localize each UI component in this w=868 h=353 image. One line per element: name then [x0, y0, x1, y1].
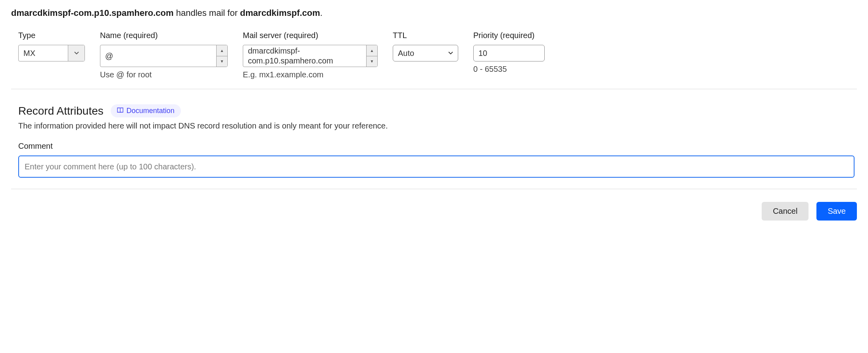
type-label: Type — [18, 31, 85, 40]
mail-server-label: Mail server (required) — [243, 31, 378, 40]
name-hint: Use @ for root — [100, 70, 228, 79]
mail-server-value: dmarcdkimspf-com.p10.spamhero.com — [243, 45, 366, 67]
documentation-label: Documentation — [127, 107, 175, 115]
mx-summary: dmarcdkimspf-com.p10.spamhero.com handle… — [11, 8, 857, 18]
documentation-link[interactable]: Documentation — [111, 104, 181, 117]
attributes-header: Record Attributes Documentation — [18, 104, 855, 117]
priority-input[interactable]: 10 — [473, 45, 545, 61]
spinner-down-icon[interactable]: ▼ — [217, 56, 227, 67]
field-type: Type MX — [18, 31, 85, 79]
spinner-down-icon[interactable]: ▼ — [367, 56, 377, 67]
comment-input[interactable] — [18, 155, 855, 178]
type-select[interactable]: MX — [18, 45, 85, 61]
summary-middle: handles mail for — [174, 8, 240, 18]
spinner-up-icon[interactable]: ▲ — [367, 45, 377, 56]
attributes-description: The information provided here will not i… — [18, 121, 855, 130]
ttl-label: TTL — [393, 31, 458, 40]
priority-label: Priority (required) — [473, 31, 545, 40]
comment-label: Comment — [18, 142, 855, 151]
mail-server-hint: E.g. mx1.example.com — [243, 70, 378, 79]
chevron-down-icon — [448, 52, 453, 55]
mail-server-combobox[interactable]: dmarcdkimspf-com.p10.spamhero.com ▲ ▼ — [243, 45, 378, 67]
form-footer: Cancel Save — [11, 189, 857, 221]
field-ttl: TTL Auto — [393, 31, 458, 79]
book-icon — [117, 107, 123, 115]
priority-value: 10 — [478, 49, 487, 58]
summary-domain: dmarcdkimspf.com — [240, 8, 320, 18]
spinner-up-icon[interactable]: ▲ — [217, 45, 227, 56]
cancel-button[interactable]: Cancel — [762, 202, 808, 221]
chevron-down-icon — [68, 45, 84, 61]
name-combobox[interactable]: @ ▲ ▼ — [100, 45, 228, 67]
ttl-value: Auto — [398, 49, 414, 58]
summary-trailing: . — [320, 8, 323, 18]
ttl-select[interactable]: Auto — [393, 45, 458, 61]
field-name: Name (required) @ ▲ ▼ Use @ for root — [100, 31, 228, 79]
summary-server-host: dmarcdkimspf-com.p10.spamhero.com — [11, 8, 174, 18]
name-label: Name (required) — [100, 31, 228, 40]
dns-record-form-row: Type MX Name (required) @ ▲ ▼ Use @ for … — [11, 31, 857, 89]
name-value: @ — [100, 45, 216, 67]
record-attributes-section: Record Attributes Documentation The info… — [11, 89, 857, 189]
save-button[interactable]: Save — [816, 202, 857, 221]
name-spinner: ▲ ▼ — [216, 45, 227, 67]
priority-hint: 0 - 65535 — [473, 65, 545, 74]
field-priority: Priority (required) 10 0 - 65535 — [473, 31, 545, 79]
attributes-title: Record Attributes — [18, 105, 104, 117]
field-mail-server: Mail server (required) dmarcdkimspf-com.… — [243, 31, 378, 79]
mail-server-spinner: ▲ ▼ — [366, 45, 377, 67]
type-value: MX — [19, 45, 68, 61]
